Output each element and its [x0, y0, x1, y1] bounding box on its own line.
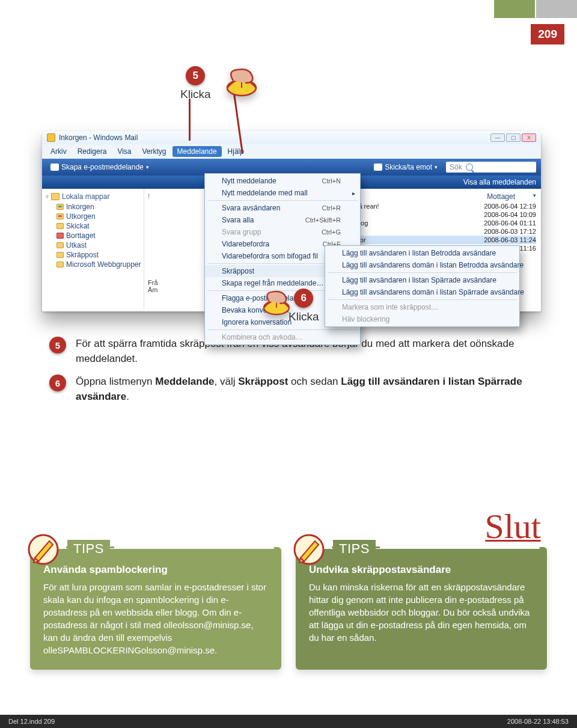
folder-label: Utkorgen — [66, 212, 96, 221]
tips-body: Du kan minska riskerna för att en skräpp… — [309, 581, 534, 644]
col-received[interactable]: Mottaget — [487, 192, 515, 201]
menu-meddelande[interactable]: Meddelande — [172, 146, 222, 157]
pencil-badge-icon — [26, 533, 60, 566]
tree-root[interactable]: ▿Lokala mappar — [43, 191, 142, 202]
folder-utkast[interactable]: Utkast — [56, 240, 142, 250]
mi-shortcut: Ctrl+G — [322, 228, 341, 236]
menu-arkiv[interactable]: Arkiv — [46, 146, 72, 157]
tips-box-spamblock: TIPS Använda spamblockering För att lura… — [30, 547, 281, 670]
folder-borttaget[interactable]: Borttaget — [56, 231, 142, 240]
mi-label: Svara alla — [222, 216, 254, 224]
menu-separator — [328, 272, 517, 273]
mi-label: Markera som inte skräppost… — [342, 303, 438, 311]
mi-label: Svara grupp — [222, 228, 261, 236]
menu-separator — [207, 200, 358, 201]
tree-arrow-icon: ▿ — [46, 194, 49, 200]
footer-file: Del 12.indd 209 — [8, 718, 55, 725]
folder-label: Skickat — [66, 222, 90, 230]
mi-label: Nytt meddelande — [222, 177, 276, 185]
step-bubble-5: 5 — [186, 66, 205, 85]
menu-verktyg[interactable]: Verktyg — [138, 146, 171, 157]
mi-label: Nytt meddelande med mall — [222, 189, 308, 197]
window-title: Inkorgen - Windows Mail — [59, 133, 138, 142]
t: Meddelande — [155, 376, 214, 387]
mi-add-blocked-sender[interactable]: Lägg till avsändaren i listan Spärrade a… — [325, 274, 519, 286]
mi-label: Lägg till avsändarens domän i listan Spä… — [342, 288, 524, 296]
folder-utkorgen[interactable]: Utkorgen — [56, 212, 142, 221]
folder-icon — [51, 193, 60, 200]
junk-icon — [56, 252, 64, 258]
mi-label: Skräppost — [222, 267, 254, 275]
mi-add-blocked-domain[interactable]: Lägg till avsändarens domän i listan Spä… — [325, 286, 519, 298]
pencil-badge-icon — [292, 533, 326, 566]
toolbar-create-mail[interactable]: Skapa e-postmeddelande▾ — [47, 162, 153, 173]
t: Skräppost — [238, 376, 288, 387]
webgroups-icon — [56, 262, 64, 268]
menu-dropdown-junk: Lägg till avsändaren i listan Betrodda a… — [325, 245, 520, 327]
mi-unblock: Häv blockering — [325, 313, 519, 325]
tab-grey — [536, 0, 577, 18]
mi-shortcut: Ctrl+N — [322, 177, 341, 185]
mouse-icon-5 — [222, 66, 261, 100]
tips-body: För att lura program som samlar in e-pos… — [43, 581, 268, 656]
mi-label: Svara avsändaren — [222, 204, 280, 212]
tips-title: Undvika skräppostavsändare — [309, 563, 534, 577]
search-input[interactable]: Sök — [446, 162, 536, 173]
msg-date: 2008-06-03 11:24 — [484, 236, 536, 243]
mi-label: Vidarebefordra — [222, 240, 269, 248]
menu-redigera[interactable]: Redigera — [73, 146, 112, 157]
outbox-icon — [56, 213, 64, 219]
menu-hjalp[interactable]: Hjälp — [223, 146, 249, 157]
mi-new-template[interactable]: Nytt meddelande med mall▸ — [205, 187, 360, 199]
mi-shortcut: Ctrl+R — [322, 204, 341, 212]
steps-text: 5 För att spärra framtida skräppost från… — [49, 337, 530, 413]
chevron-down-icon: ▾ — [146, 164, 149, 170]
window-minimize-button[interactable]: — — [490, 133, 505, 142]
page-footer: Del 12.indd 209 2008-08-22 13:48:53 — [0, 715, 577, 728]
mi-add-safe-domain[interactable]: Lägg till avsändarens domän i listan Bet… — [325, 259, 519, 271]
pointer-line — [189, 99, 191, 141]
folder-tree: ▿Lokala mappar Inkorgen Utkorgen Skickat… — [42, 189, 144, 309]
tree-root-label: Lokala mappar — [62, 192, 109, 201]
tips-legend: TIPS — [333, 540, 376, 558]
tips-box-avoid: TIPS Undvika skräppostavsändare Du kan m… — [296, 547, 547, 670]
mi-new[interactable]: Nytt meddelandeCtrl+N — [205, 175, 360, 187]
step-inline-5: 5 — [49, 337, 66, 353]
folder-webgroups[interactable]: Microsoft Webbgrupper — [56, 260, 142, 269]
step-inline-6: 6 — [49, 375, 66, 391]
mi-not-junk: Markera som inte skräppost… — [325, 301, 519, 313]
mail-icon — [50, 164, 59, 171]
mi-label: Vidarebefordra som bifogad fil — [222, 252, 318, 260]
folder-skickat[interactable]: Skickat — [56, 221, 142, 231]
trash-icon — [56, 233, 64, 239]
mi-label: Häv blockering — [342, 315, 389, 323]
toolbar-send-receive[interactable]: Skicka/ta emot▾ — [370, 162, 441, 173]
app-icon — [47, 133, 55, 142]
msg-date: 2008-06-04 12:19 — [484, 203, 536, 210]
chevron-down-icon: ▾ — [435, 164, 438, 170]
mi-label: Ignorera konversation — [222, 318, 292, 326]
msg-date: 2008-06-04 01:11 — [484, 219, 536, 227]
t: , välj — [215, 376, 239, 387]
preview-from-label: Frå — [148, 279, 158, 286]
folder-skrappost[interactable]: Skräppost — [56, 250, 142, 260]
folder-label: Skräppost — [66, 251, 99, 259]
menu-visa[interactable]: Visa — [112, 146, 136, 157]
show-all-messages[interactable]: Visa alla meddelanden — [463, 178, 536, 186]
folder-inkorgen[interactable]: Inkorgen — [56, 202, 142, 212]
t: . — [126, 391, 129, 402]
slut-marker: Slut — [485, 511, 542, 542]
search-icon — [466, 164, 473, 171]
window-close-button[interactable]: X — [522, 133, 536, 142]
sync-icon — [374, 164, 382, 171]
flag-column-icon: ! — [148, 192, 150, 201]
inbox-icon — [56, 204, 64, 210]
window-maximize-button[interactable]: ▢ — [506, 133, 521, 142]
mi-add-safe-sender[interactable]: Lägg till avsändaren i listan Betrodda a… — [325, 247, 519, 259]
mi-label: Kombinera och avkoda… — [222, 333, 303, 341]
t: och sedan — [288, 376, 341, 387]
tips-legend: TIPS — [67, 540, 110, 558]
toolbar-send-receive-label: Skicka/ta emot — [385, 163, 432, 171]
mi-reply[interactable]: Svara avsändarenCtrl+R — [205, 202, 360, 214]
mi-reply-all[interactable]: Svara allaCtrl+Skift+R — [205, 214, 360, 226]
